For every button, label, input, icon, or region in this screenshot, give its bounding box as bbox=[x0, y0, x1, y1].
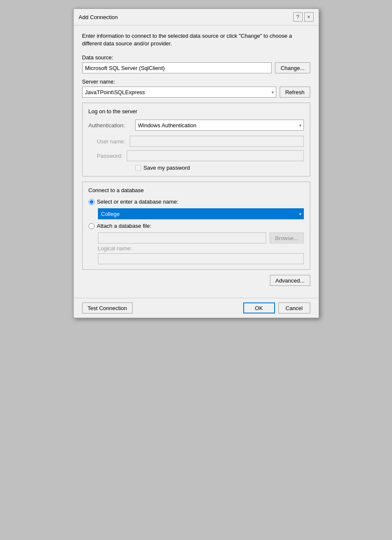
data-source-input[interactable] bbox=[82, 62, 272, 73]
server-name-select[interactable]: JavaTPoint\SQLExpress bbox=[82, 87, 276, 98]
title-bar-buttons: ? × bbox=[293, 12, 314, 22]
server-name-row: JavaTPoint\SQLExpress ▾ Refresh bbox=[82, 87, 310, 98]
footer-right-buttons: OK Cancel bbox=[243, 302, 310, 313]
log-on-section: Log on to the server Authentication: Win… bbox=[82, 103, 310, 176]
description-text: Enter information to connect to the sele… bbox=[82, 32, 310, 48]
dialog-title: Add Connection bbox=[79, 14, 118, 20]
attach-db-radio[interactable] bbox=[89, 223, 95, 229]
data-source-label: Data source: bbox=[82, 54, 310, 61]
test-connection-button[interactable]: Test Connection bbox=[82, 302, 133, 313]
close-button[interactable]: × bbox=[304, 12, 314, 22]
logical-name-label: Logical name: bbox=[98, 245, 304, 252]
connect-database-section: Connect to a database Select or enter a … bbox=[82, 182, 310, 270]
title-bar: Add Connection ? × bbox=[74, 9, 319, 25]
browse-button[interactable]: Browse... bbox=[270, 232, 303, 243]
advanced-button[interactable]: Advanced... bbox=[270, 275, 310, 286]
advanced-button-row: Advanced... bbox=[82, 275, 310, 286]
password-input[interactable] bbox=[127, 150, 303, 161]
data-source-row: Change... bbox=[82, 62, 310, 73]
save-password-checkbox[interactable] bbox=[135, 165, 141, 171]
database-name-input[interactable] bbox=[98, 208, 304, 219]
password-row: Password: bbox=[89, 150, 304, 161]
database-input-wrapper: ▾ bbox=[98, 208, 304, 219]
server-name-label: Server name: bbox=[82, 78, 310, 85]
save-password-row: Save my password bbox=[89, 165, 304, 171]
logical-name-input[interactable] bbox=[98, 253, 304, 264]
attach-file-row: Browse... bbox=[98, 232, 304, 243]
ok-button[interactable]: OK bbox=[243, 302, 275, 313]
dialog-body: Enter information to connect to the sele… bbox=[74, 25, 319, 298]
save-password-label: Save my password bbox=[144, 165, 190, 171]
username-row: User name: bbox=[89, 136, 304, 147]
authentication-dropdown-wrapper: Windows Authentication SQL Server Authen… bbox=[135, 120, 304, 131]
database-name-row: ▾ bbox=[98, 208, 304, 219]
server-name-group: Server name: JavaTPoint\SQLExpress ▾ Ref… bbox=[82, 78, 310, 98]
username-label: User name: bbox=[89, 138, 125, 145]
attach-db-radio-row: Attach a database file: bbox=[89, 223, 304, 229]
help-button[interactable]: ? bbox=[293, 12, 303, 22]
refresh-button[interactable]: Refresh bbox=[280, 87, 310, 98]
dialog-footer: Test Connection OK Cancel bbox=[74, 298, 319, 318]
select-db-radio-row: Select or enter a database name: bbox=[89, 199, 304, 205]
log-on-title: Log on to the server bbox=[89, 108, 304, 115]
change-button[interactable]: Change... bbox=[275, 62, 310, 73]
authentication-row: Authentication: Windows Authentication S… bbox=[89, 120, 304, 131]
data-source-group: Data source: Change... bbox=[82, 54, 310, 73]
cancel-button[interactable]: Cancel bbox=[278, 302, 310, 313]
server-name-dropdown-wrapper: JavaTPoint\SQLExpress ▾ bbox=[82, 87, 276, 98]
attach-db-label: Attach a database file: bbox=[97, 223, 152, 229]
select-db-label: Select or enter a database name: bbox=[97, 199, 178, 205]
select-db-radio[interactable] bbox=[89, 199, 95, 205]
connect-database-title: Connect to a database bbox=[89, 187, 304, 193]
username-input[interactable] bbox=[130, 136, 304, 147]
add-connection-dialog: Add Connection ? × Enter information to … bbox=[73, 8, 319, 318]
password-label: Password: bbox=[89, 153, 123, 159]
authentication-label: Authentication: bbox=[89, 122, 131, 129]
attach-file-input[interactable] bbox=[98, 232, 267, 243]
authentication-select[interactable]: Windows Authentication SQL Server Authen… bbox=[135, 120, 304, 131]
